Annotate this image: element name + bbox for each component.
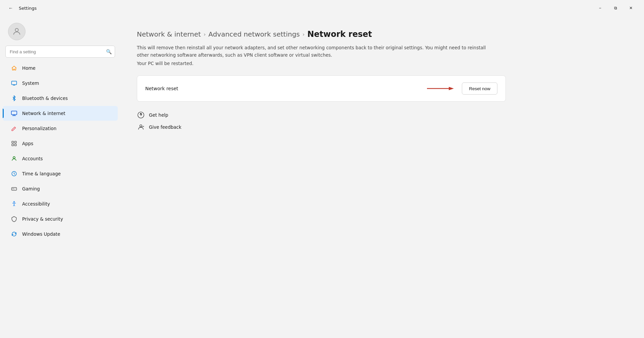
- home-icon: [11, 65, 17, 71]
- accessibility-icon: [11, 201, 17, 207]
- sidebar-item-label-accounts: Accounts: [22, 156, 43, 161]
- svg-marker-18: [449, 87, 454, 90]
- bluetooth-icon: [11, 95, 17, 102]
- svg-rect-4: [11, 111, 17, 115]
- sidebar-item-personalization[interactable]: Personalization: [3, 121, 118, 136]
- sidebar-item-home[interactable]: Home: [3, 61, 118, 75]
- help-links: Get help Give feedback: [137, 111, 506, 131]
- search-box: 🔍: [5, 46, 115, 58]
- minimize-button[interactable]: −: [592, 3, 608, 13]
- sidebar-item-label-privacy: Privacy & security: [22, 216, 63, 222]
- sidebar-item-label-apps: Apps: [22, 141, 33, 146]
- svg-rect-11: [12, 187, 17, 190]
- breadcrumb-sep-1: ›: [204, 31, 206, 38]
- get-help-icon: [137, 111, 145, 119]
- maximize-button[interactable]: ⧉: [608, 3, 623, 13]
- svg-rect-8: [15, 144, 16, 146]
- sidebar-item-label-system: System: [22, 80, 39, 86]
- breadcrumb-current: Network reset: [307, 30, 372, 39]
- sidebar-item-update[interactable]: Windows Update: [3, 227, 118, 241]
- sidebar-item-system[interactable]: System: [3, 76, 118, 91]
- nav-list: HomeSystemBluetooth & devicesNetwork & i…: [0, 60, 120, 242]
- titlebar: ← Settings − ⧉ ✕: [0, 0, 644, 16]
- privacy-icon: [11, 216, 17, 222]
- arrow-indicator: [427, 85, 454, 92]
- svg-point-0: [15, 29, 18, 32]
- system-icon: [11, 80, 17, 87]
- svg-line-22: [143, 126, 144, 127]
- sidebar-item-bluetooth[interactable]: Bluetooth & devices: [3, 91, 118, 106]
- sidebar-item-label-gaming: Gaming: [22, 186, 40, 191]
- svg-point-21: [140, 125, 142, 127]
- user-section: [0, 16, 120, 46]
- sidebar-item-accessibility[interactable]: Accessibility: [3, 196, 118, 211]
- personalization-icon: [11, 125, 17, 132]
- back-button[interactable]: ←: [5, 3, 16, 13]
- sidebar-item-network[interactable]: Network & internet: [3, 106, 118, 121]
- reset-card: Network reset Reset now: [137, 75, 506, 102]
- sidebar-item-label-accessibility: Accessibility: [22, 201, 50, 207]
- update-icon: [11, 231, 17, 237]
- sidebar-item-label-update: Windows Update: [22, 231, 60, 237]
- sidebar-item-gaming[interactable]: Gaming: [3, 181, 118, 196]
- sidebar-item-label-home: Home: [22, 65, 36, 71]
- search-input[interactable]: [5, 46, 115, 58]
- svg-point-14: [15, 188, 15, 189]
- give-feedback-icon: [137, 123, 145, 131]
- svg-rect-6: [15, 141, 16, 143]
- give-feedback-link[interactable]: Give feedback: [137, 123, 181, 131]
- breadcrumb: Network & internet › Advanced network se…: [137, 30, 628, 39]
- give-feedback-text: Give feedback: [149, 124, 181, 130]
- sidebar-item-label-personalization: Personalization: [22, 126, 56, 131]
- sidebar: 🔍 HomeSystemBluetooth & devicesNetwork &…: [0, 16, 121, 338]
- arrow-icon: [427, 85, 454, 92]
- breadcrumb-advanced[interactable]: Advanced network settings: [208, 30, 300, 38]
- sidebar-item-label-network: Network & internet: [22, 111, 65, 116]
- sidebar-item-label-time: Time & language: [22, 171, 61, 176]
- app-title: Settings: [19, 6, 592, 11]
- gaming-icon: [11, 185, 17, 192]
- sidebar-item-privacy[interactable]: Privacy & security: [3, 212, 118, 226]
- avatar: [8, 23, 25, 40]
- svg-point-15: [14, 189, 15, 189]
- svg-point-16: [14, 202, 15, 203]
- breadcrumb-network[interactable]: Network & internet: [137, 30, 201, 38]
- window-controls: − ⧉ ✕: [592, 3, 639, 13]
- svg-rect-7: [12, 144, 13, 146]
- page-description: This will remove then reinstall all your…: [137, 44, 492, 59]
- accounts-icon: [11, 155, 17, 162]
- sidebar-item-apps[interactable]: Apps: [3, 136, 118, 151]
- reset-card-label: Network reset: [145, 86, 427, 91]
- apps-icon: [11, 140, 17, 147]
- sidebar-item-time[interactable]: Time & language: [3, 166, 118, 181]
- close-button[interactable]: ✕: [623, 3, 639, 13]
- content-area: Network & internet › Advanced network se…: [121, 16, 644, 338]
- svg-rect-1: [12, 81, 17, 85]
- get-help-text: Get help: [149, 112, 168, 118]
- main-layout: 🔍 HomeSystemBluetooth & devicesNetwork &…: [0, 16, 644, 338]
- svg-point-9: [13, 157, 15, 159]
- reset-now-button[interactable]: Reset now: [462, 82, 497, 95]
- svg-rect-5: [12, 141, 13, 143]
- svg-point-19: [138, 112, 144, 118]
- sidebar-item-accounts[interactable]: Accounts: [3, 151, 118, 166]
- page-subdescription: Your PC will be restarted.: [137, 61, 628, 66]
- breadcrumb-sep-2: ›: [303, 31, 305, 38]
- get-help-link[interactable]: Get help: [137, 111, 168, 119]
- network-icon: [11, 110, 17, 117]
- time-icon: [11, 170, 17, 177]
- back-icon: ←: [8, 5, 13, 11]
- sidebar-item-label-bluetooth: Bluetooth & devices: [22, 96, 68, 101]
